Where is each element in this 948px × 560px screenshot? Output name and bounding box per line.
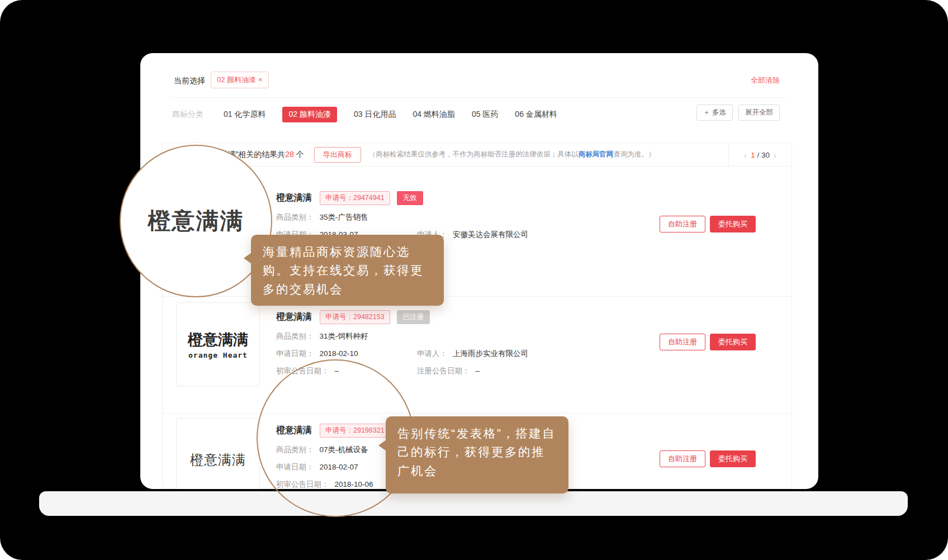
trademark-office-link[interactable]: 商标局官网 [579,150,614,158]
remove-filter-icon[interactable]: × [258,75,263,84]
current-page: 1 [751,151,755,159]
category-value: 35类-广告销售 [320,213,368,221]
category-label: 商品类别： [276,332,314,340]
clear-all-link[interactable]: 全部清除 [751,75,780,86]
applicant-value: 上海雨步实业有限公司 [453,349,528,358]
status-badge: 无效 [397,191,423,205]
tooltip-promotion: 告别传统“发表格”，搭建自己的标行，获得更多的推广机会 [386,416,568,493]
result-row: 橙意满满 orange Heart 橙意满满 申请号：29482153 已注册 … [163,297,791,414]
self-register-button[interactable]: 自助注册 [660,334,705,350]
category-bar: 商标分类 01 化学原料 02 颜料油漆 03 日化用品 04 燃料油脂 05 … [172,107,574,122]
status-badge: 已注册 [397,310,430,324]
divider [172,97,786,98]
trademark-name[interactable]: 橙意满满 [276,311,312,323]
expand-all-button[interactable]: 展开全部 [738,105,780,121]
appno-value: 29482153 [353,313,385,321]
disclaimer-post: 查询为准。） [613,150,655,158]
trademark-name[interactable]: 橙意满满 [276,192,312,204]
filter-tag-text: 02 颜料油漆 [217,75,256,84]
summary-suffix: 个 [294,150,304,159]
disclaimer-text: （商标检索结果仅供参考，不作为商标能否注册的法律依据；具体以商标局官网查询为准。… [369,150,656,159]
category-item-05[interactable]: 05 医药 [472,110,498,120]
trademark-image-text: 橙意满满 [190,451,246,469]
magnified-trademark-text: 橙意满满 [148,206,244,236]
results-count: 28 [285,150,294,159]
tooltip-marketplace: 海量精品商标资源随心选购。支持在线交易，获得更多的交易机会 [251,235,444,306]
application-number-badge: 申请号：29482153 [320,310,390,324]
category-label: 商品类别： [276,213,314,221]
category-item-06[interactable]: 06 金属材料 [515,110,557,120]
category-item-02-active[interactable]: 02 颜料油漆 [282,107,336,122]
next-page-icon[interactable]: › [774,150,776,160]
prev-page-icon[interactable]: ‹ [744,150,747,160]
tooltip-text: 告别传统“发表格”，搭建自己的标行，获得更多的推广机会 [397,427,556,478]
tooltip-text: 海量精品商标资源随心选购。支持在线交易，获得更多的交易机会 [263,245,424,296]
disclaimer-pre: （商标检索结果仅供参考，不作为商标能否注册的法律依据；具体以 [369,150,579,158]
entrust-purchase-button[interactable]: 委托购买 [710,334,756,350]
magnifier-circle: 橙意满满 [120,145,272,297]
results-header: 检索到“橙意满满”相关的结果共28 个 导出商标 （商标检索结果仅供参考，不作为… [163,143,791,167]
current-selection-label: 当前选择 [174,76,205,86]
trademark-image-subtext: orange Heart [188,351,248,359]
category-value: 31类-饲料种籽 [320,332,368,340]
applicant-value: 安徽美达会展有限公司 [453,230,528,239]
self-register-button[interactable]: 自助注册 [660,216,705,232]
registration-publication-label: 注册公告日期： [417,367,470,375]
category-item-03[interactable]: 03 日化用品 [354,110,396,120]
category-item-01[interactable]: 01 化学原料 [224,110,266,120]
tooltip-arrow-icon [244,253,252,264]
laptop-base [39,491,908,516]
appno-label: 申请号： [325,313,353,321]
tooltip-arrow-icon [378,440,386,451]
pagination: ‹ 1 / 30 › [728,143,791,167]
application-number-badge: 申请号：29474941 [320,191,390,205]
category-bar-label: 商标分类 [172,110,203,120]
apply-date-value: 2018-02-10 [320,349,358,358]
page-background: 当前选择 02 颜料油漆× 全部清除 商标分类 01 化学原料 02 颜料油漆 … [0,0,948,560]
trademark-image-text: 橙意满满 [188,330,248,350]
entrust-purchase-button[interactable]: 委托购买 [710,216,756,232]
multi-select-button[interactable]: ＋ 多选 [696,105,733,121]
apply-date-label: 申请日期： [276,349,314,358]
entrust-purchase-button[interactable]: 委托购买 [710,450,756,467]
applicant-label: 申请人： [417,349,447,358]
selected-filter-tag[interactable]: 02 颜料油漆× [211,72,269,88]
category-item-04[interactable]: 04 燃料油脂 [413,110,454,120]
trademark-image[interactable]: 橙意满满 [176,418,260,489]
total-pages: / 30 [757,151,770,159]
appno-value: 29474941 [353,194,385,202]
registration-publication-value: – [476,367,480,375]
trademark-image[interactable]: 橙意满满 orange Heart [176,302,260,386]
self-register-button[interactable]: 自助注册 [660,450,705,467]
export-trademarks-button[interactable]: 导出商标 [314,147,361,163]
appno-label: 申请号： [325,194,353,202]
